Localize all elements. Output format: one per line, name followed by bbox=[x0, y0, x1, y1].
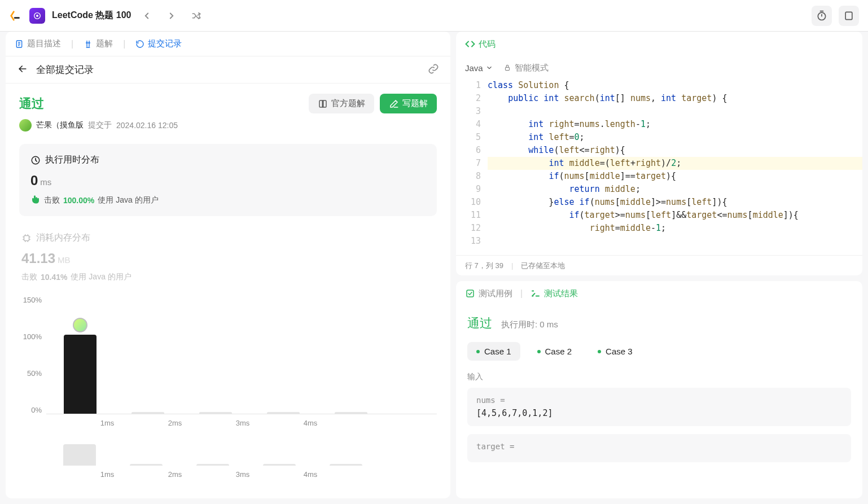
list-icon[interactable] bbox=[29, 8, 45, 24]
tab-submissions[interactable]: 提交记录 bbox=[135, 38, 182, 49]
test-panel: 测试用例 | 测试结果 通过 执行用时: 0 ms Case 1 bbox=[456, 281, 862, 498]
x-tick: 2ms bbox=[158, 419, 192, 427]
bar-1ms[interactable] bbox=[131, 412, 165, 414]
card-title: 执行用时分布 bbox=[45, 154, 99, 166]
runtime-chart: 150% 100% 50% 0% bbox=[19, 296, 437, 479]
x-tick: 2ms bbox=[158, 470, 192, 479]
write-solution-button[interactable]: 写题解 bbox=[380, 94, 437, 113]
beat-label: 击败 bbox=[44, 195, 60, 205]
language-label: Java bbox=[465, 63, 483, 73]
secondary-bar bbox=[63, 444, 96, 466]
username[interactable]: 芒果（摸鱼版 bbox=[36, 120, 84, 130]
case-label: Case 2 bbox=[545, 347, 572, 356]
official-solution-button[interactable]: 官方题解 bbox=[309, 94, 374, 113]
bar-2ms[interactable] bbox=[199, 412, 233, 414]
secondary-bar bbox=[263, 464, 296, 466]
tab-label: 题解 bbox=[96, 38, 113, 49]
x-tick: 3ms bbox=[226, 470, 260, 479]
memory-value: 41.13 bbox=[21, 251, 55, 266]
test-runtime: 执行用时: 0 ms bbox=[501, 319, 558, 330]
prev-problem-button[interactable] bbox=[138, 7, 156, 25]
svg-rect-8 bbox=[467, 290, 474, 297]
svg-rect-6 bbox=[24, 235, 29, 240]
secondary-bar bbox=[130, 464, 163, 466]
secondary-bar bbox=[330, 464, 362, 466]
code-editor[interactable]: 12345678910111213 class Solution { publi… bbox=[456, 79, 862, 255]
bar-4ms[interactable] bbox=[334, 412, 368, 414]
bar-3ms[interactable] bbox=[266, 412, 300, 414]
svg-rect-7 bbox=[505, 67, 509, 70]
submitted-prefix: 提交于 bbox=[88, 120, 112, 130]
tab-label: 提交记录 bbox=[148, 38, 182, 49]
input-key: target = bbox=[476, 442, 842, 451]
case-3-chip[interactable]: Case 3 bbox=[589, 342, 642, 361]
submission-status: 通过 bbox=[19, 95, 44, 112]
case-2-chip[interactable]: Case 2 bbox=[528, 342, 581, 361]
avatar[interactable] bbox=[19, 119, 32, 132]
card-title: 消耗内存分布 bbox=[36, 232, 90, 244]
input-nums-box[interactable]: nums = [4,5,6,7,0,1,2] bbox=[467, 388, 851, 426]
case-label: Case 3 bbox=[606, 347, 633, 356]
case-label: Case 1 bbox=[484, 347, 511, 356]
chip-icon bbox=[21, 233, 32, 243]
tab-testcases[interactable]: 测试用例 bbox=[465, 288, 512, 299]
tab-label: 题目描述 bbox=[27, 38, 61, 49]
y-tick: 0% bbox=[19, 406, 42, 414]
y-tick: 100% bbox=[19, 332, 42, 341]
tab-solutions[interactable]: 题解 bbox=[84, 38, 113, 49]
submitted-time: 2024.02.16 12:05 bbox=[116, 121, 178, 130]
smart-mode-label: 智能模式 bbox=[515, 63, 549, 73]
clap-icon bbox=[30, 194, 41, 206]
beat-pct: 10.41% bbox=[41, 273, 67, 282]
smart-mode-toggle[interactable]: 智能模式 bbox=[503, 63, 549, 73]
x-tick: 1ms bbox=[90, 470, 124, 479]
tab-description[interactable]: 题目描述 bbox=[15, 38, 61, 49]
svg-point-1 bbox=[36, 15, 38, 17]
x-tick: 4ms bbox=[293, 419, 327, 427]
shuffle-button[interactable] bbox=[187, 7, 205, 25]
next-problem-button[interactable] bbox=[163, 7, 181, 25]
input-label: 输入 bbox=[467, 372, 851, 382]
secondary-bar bbox=[196, 464, 229, 466]
tab-testresults[interactable]: 测试结果 bbox=[531, 288, 578, 299]
left-panel: 题目描述 | 题解 | 提交记录 全部提交记录 bbox=[6, 32, 450, 498]
share-link-icon[interactable] bbox=[428, 63, 439, 77]
subheader-title: 全部提交记录 bbox=[36, 63, 94, 76]
input-target-box[interactable]: target = bbox=[467, 434, 851, 462]
x-tick: 3ms bbox=[226, 419, 260, 427]
lock-icon bbox=[503, 64, 511, 72]
save-status: 已存储至本地 bbox=[521, 261, 565, 271]
beat-suffix: 使用 Java 的用户 bbox=[71, 272, 131, 282]
list-title[interactable]: LeetCode 热题 100 bbox=[52, 10, 131, 21]
button-label: 官方题解 bbox=[331, 98, 365, 109]
code-panel: 代码 Java 智能模式 12345678910111213 class So bbox=[456, 32, 862, 275]
code-tab[interactable]: 代码 bbox=[465, 39, 496, 50]
your-marker-icon bbox=[73, 318, 87, 332]
cursor-position: 行 7，列 39 bbox=[465, 261, 503, 271]
back-button[interactable] bbox=[17, 63, 28, 77]
bar-0ms[interactable] bbox=[63, 335, 97, 414]
subheader: 全部提交记录 bbox=[6, 56, 450, 84]
beat-label: 击败 bbox=[21, 272, 37, 282]
input-key: nums = bbox=[476, 396, 842, 405]
leetcode-logo[interactable] bbox=[9, 9, 23, 23]
case-1-chip[interactable]: Case 1 bbox=[467, 342, 520, 361]
topbar: LeetCode 热题 100 bbox=[0, 0, 868, 32]
chevron-down-icon bbox=[485, 64, 493, 72]
x-tick: 1ms bbox=[90, 419, 124, 427]
test-status: 通过 bbox=[467, 315, 492, 332]
beat-pct: 100.00% bbox=[63, 196, 94, 205]
left-tabs: 题目描述 | 题解 | 提交记录 bbox=[6, 32, 450, 56]
language-selector[interactable]: Java bbox=[465, 63, 493, 73]
submission-content: 通过 官方题解 写题解 芒果（摸鱼版 bbox=[6, 84, 450, 498]
tab-label: 测试用例 bbox=[479, 288, 512, 299]
tab-label: 测试结果 bbox=[544, 288, 578, 299]
tab-label: 代码 bbox=[479, 39, 496, 50]
timer-button[interactable] bbox=[812, 6, 832, 26]
y-tick: 150% bbox=[19, 296, 42, 304]
notes-button[interactable] bbox=[839, 6, 859, 26]
runtime-card[interactable]: 执行用时分布 0ms 击败 100.00% 使用 Java 的用户 bbox=[19, 144, 437, 216]
input-value: [4,5,6,7,0,1,2] bbox=[476, 408, 553, 418]
memory-unit: MB bbox=[58, 255, 71, 265]
memory-card[interactable]: 消耗内存分布 41.13MB 击败 10.41% 使用 Java 的用户 bbox=[19, 232, 437, 282]
